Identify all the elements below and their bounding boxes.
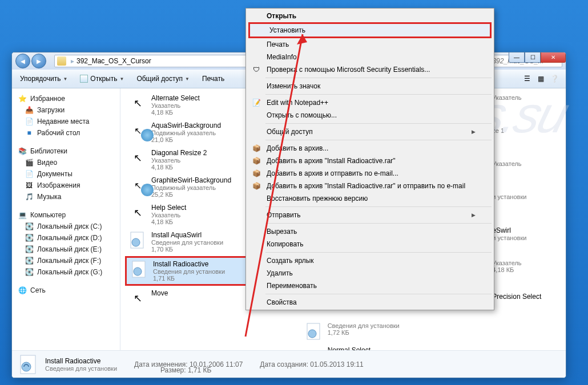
file-icon: ↖: [128, 176, 147, 194]
file-icon: ↖: [128, 149, 147, 167]
svg-point-7: [22, 362, 31, 371]
view-icon-2[interactable]: ▦: [535, 73, 546, 84]
file-desc: Указатель: [151, 102, 200, 109]
sidebar-images[interactable]: 🖼Изображения: [12, 180, 120, 191]
file-name: Install Radioactive: [153, 260, 225, 268]
ctx-add-rar-email[interactable]: 📦Добавить в архив "Install Radioactive.r…: [247, 180, 493, 192]
file-desc: Указатель: [151, 157, 207, 164]
sidebar-music[interactable]: 🎵Музыка: [12, 191, 120, 202]
sidebar-disk-c[interactable]: 💽Локальный диск (C:): [12, 221, 120, 232]
sidebar: ⭐Избранное 📥Загрузки 📄Недавние места ■Ра…: [12, 88, 120, 350]
ctx-add-archive[interactable]: 📦Добавить в архив...: [247, 142, 493, 155]
file-icon: [305, 346, 323, 350]
sidebar-disk-d[interactable]: 💽Локальный диск (D:): [12, 232, 120, 244]
disk-icon: 💽: [25, 222, 34, 231]
document-icon: 📄: [25, 169, 34, 179]
video-icon: 🎬: [25, 158, 34, 167]
file-size: 25,2 КБ: [151, 191, 231, 198]
folder-icon: [57, 56, 66, 66]
sidebar-video[interactable]: 🎬Видео: [12, 157, 120, 168]
submenu-icon: ▶: [472, 212, 476, 218]
address-folder: 392_Mac_OS_X_Cursor: [76, 57, 151, 65]
sidebar-downloads[interactable]: 📥Загрузки: [12, 104, 120, 116]
ctx-notepad[interactable]: 📝Edit with Notepad++: [247, 96, 493, 109]
ctx-restore[interactable]: Восстановить прежнюю версию: [247, 192, 493, 205]
ctx-cut[interactable]: Вырезать: [247, 225, 493, 238]
file-size: 4,18 КБ: [151, 109, 200, 116]
disk-icon: 💽: [25, 256, 34, 265]
ctx-copy[interactable]: Копировать: [247, 238, 493, 250]
ctx-mediainfo[interactable]: MediaInfo: [247, 51, 493, 63]
file-icon: ↖: [128, 94, 147, 112]
svg-point-1: [132, 238, 140, 246]
sidebar-disk-g[interactable]: 💽Локальный диск (G:): [12, 266, 120, 278]
file-desc: Сведения для установки: [153, 268, 225, 275]
ctx-change-icon[interactable]: Изменить значок: [247, 80, 493, 92]
ctx-add-email[interactable]: 📦Добавить в архив и отправить по e-mail.…: [247, 167, 493, 180]
file-size: 4,18 КБ: [151, 164, 207, 171]
winrar-icon: 📦: [252, 169, 261, 178]
file-icon: [130, 260, 148, 278]
file-name: Diagonal Resize 2: [151, 149, 207, 157]
sidebar-recent[interactable]: 📄Недавние места: [12, 116, 120, 127]
file-name: GraphiteSwirl-Background: [151, 176, 231, 184]
sidebar-documents[interactable]: 📄Документы: [12, 168, 120, 180]
ctx-send[interactable]: Отправить▶: [247, 209, 493, 221]
sidebar-libraries[interactable]: 📚Библиотеки: [12, 145, 120, 157]
ctx-shortcut[interactable]: Создать ярлык: [247, 254, 493, 267]
ctx-add-rar[interactable]: 📦Добавить в архив "Install Radioactive.r…: [247, 155, 493, 167]
context-menu: Открыть Установить Печать MediaInfo 🛡Про…: [245, 8, 494, 310]
file-item[interactable]: Normal Select: [301, 344, 455, 350]
ctx-share[interactable]: Общий доступ▶: [247, 125, 493, 138]
nav-back-button[interactable]: ◄: [15, 54, 30, 68]
file-item[interactable]: Сведения для установки1,72 КБ: [301, 320, 455, 343]
winrar-icon: 📦: [252, 156, 261, 165]
view-icon-1[interactable]: ☰: [521, 73, 533, 84]
inf-file-icon: [18, 354, 39, 375]
disk-icon: 💽: [25, 268, 34, 277]
ctx-rename[interactable]: Переименовать: [247, 279, 493, 292]
winrar-icon: 📦: [252, 181, 261, 191]
file-desc: Сведения для установки: [151, 239, 223, 246]
file-icon: ↖: [128, 121, 147, 140]
file-desc: Подвижный указатель: [151, 184, 231, 191]
sidebar-computer[interactable]: 💻Компьютер: [12, 209, 120, 221]
nav-forward-button[interactable]: ►: [31, 54, 46, 68]
ctx-openwith[interactable]: Открыть с помощью...: [247, 109, 493, 121]
image-icon: 🖼: [25, 181, 34, 190]
star-icon: ⭐: [18, 94, 27, 103]
file-name: Install AquaSwirl: [151, 231, 223, 239]
shield-icon: 🛡: [252, 65, 261, 74]
print-button[interactable]: Печать: [198, 72, 229, 85]
ctx-mse[interactable]: 🛡Проверка с помощью Microsoft Security E…: [247, 63, 493, 76]
ctx-install[interactable]: Установить: [248, 22, 492, 38]
sidebar-disk-e[interactable]: 💽Локальный диск (E:): [12, 244, 120, 255]
download-icon: 📥: [25, 106, 34, 115]
ctx-properties[interactable]: Свойства: [247, 296, 493, 309]
ctx-delete[interactable]: Удалить: [247, 267, 493, 279]
file-icon: [305, 322, 323, 341]
help-icon[interactable]: ❔: [549, 73, 560, 84]
desktop-icon: ■: [25, 128, 34, 137]
sidebar-network[interactable]: 🌐Сеть: [12, 285, 120, 296]
file-name: AquaSwirl-Background: [151, 121, 221, 129]
minimize-button[interactable]: —: [509, 52, 525, 63]
close-button[interactable]: ✕: [541, 52, 566, 63]
file-icon: ↖: [128, 289, 147, 307]
sidebar-desktop[interactable]: ■Рабочий стол: [12, 127, 120, 139]
sidebar-disk-f[interactable]: 💽Локальный диск (F:): [12, 255, 120, 266]
file-size: 1,70 КБ: [151, 246, 223, 253]
disk-icon: 💽: [25, 245, 34, 254]
file-icon: [128, 231, 147, 249]
ctx-open[interactable]: Открыть: [247, 10, 493, 22]
ctx-print[interactable]: Печать: [247, 38, 493, 51]
organize-button[interactable]: Упорядочить▼: [15, 72, 72, 85]
details-name: Install Radioactive: [45, 357, 100, 365]
open-button[interactable]: Открыть▼: [75, 72, 128, 85]
submenu-icon: ▶: [472, 129, 476, 135]
maximize-button[interactable]: ☐: [525, 52, 541, 63]
sidebar-favorites[interactable]: ⭐Избранное: [12, 93, 120, 104]
details-desc: Сведения для установки: [45, 365, 117, 372]
share-button[interactable]: Общий доступ▼: [132, 72, 194, 85]
file-size: 1,71 КБ: [153, 275, 225, 282]
